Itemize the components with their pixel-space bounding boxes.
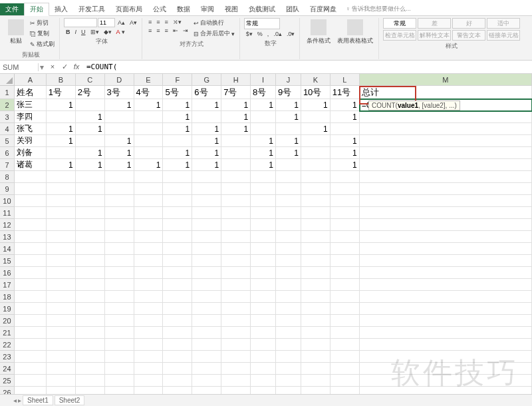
cell[interactable] (163, 207, 192, 219)
cell[interactable] (331, 279, 360, 291)
cell[interactable] (47, 195, 76, 207)
cell[interactable]: 1 (192, 135, 221, 147)
cell[interactable] (47, 363, 76, 375)
cell[interactable] (76, 315, 105, 327)
increase-font-button[interactable]: A▴ (116, 18, 127, 27)
cell[interactable] (276, 123, 301, 135)
cell[interactable] (105, 339, 134, 351)
percent-button[interactable]: % (255, 30, 265, 38)
cell[interactable]: 1 (105, 99, 134, 111)
cell[interactable] (163, 243, 192, 255)
cell[interactable] (221, 243, 251, 255)
cell[interactable] (301, 315, 331, 327)
cell[interactable] (301, 243, 331, 255)
cell[interactable] (76, 291, 105, 303)
cell[interactable] (221, 219, 251, 231)
cell[interactable] (47, 243, 76, 255)
indent-decrease-button[interactable]: ⇤ (171, 27, 180, 35)
cell[interactable] (134, 363, 164, 375)
cell[interactable] (163, 279, 192, 291)
cell[interactable] (76, 195, 105, 207)
cell[interactable] (192, 327, 221, 339)
cell[interactable] (360, 183, 532, 195)
cell[interactable]: 4号 (134, 86, 164, 99)
cell[interactable] (331, 123, 360, 135)
cell[interactable] (47, 231, 76, 243)
col-header-I[interactable]: I (251, 74, 276, 86)
cell[interactable] (251, 339, 276, 351)
cell[interactable]: 1 (331, 135, 360, 147)
cell[interactable] (301, 195, 331, 207)
align-bottom-button[interactable]: ≡ (163, 18, 170, 26)
cell[interactable] (276, 363, 301, 375)
cell[interactable] (76, 255, 105, 267)
cell[interactable] (221, 183, 251, 195)
cell[interactable] (331, 291, 360, 303)
cell[interactable] (251, 183, 276, 195)
cell[interactable] (163, 135, 192, 147)
cell[interactable] (331, 339, 360, 351)
cell[interactable] (47, 171, 76, 183)
row-header[interactable]: 13 (0, 231, 15, 243)
cell[interactable] (221, 147, 251, 159)
cell[interactable] (360, 243, 532, 255)
cell[interactable] (301, 303, 331, 315)
cell[interactable] (47, 303, 76, 315)
row-header[interactable]: 11 (0, 207, 15, 219)
cell[interactable] (163, 327, 192, 339)
copy-button[interactable]: ⿻复制 (28, 29, 57, 39)
cell[interactable] (163, 303, 192, 315)
cell[interactable] (221, 267, 251, 279)
cell[interactable] (163, 375, 192, 387)
cell[interactable] (360, 231, 532, 243)
cell[interactable]: 1 (47, 159, 76, 171)
cell[interactable] (360, 195, 532, 207)
cell[interactable] (105, 375, 134, 387)
cell[interactable] (251, 219, 276, 231)
cell[interactable] (331, 255, 360, 267)
cell[interactable] (192, 219, 221, 231)
cell[interactable] (251, 327, 276, 339)
row-header[interactable]: 23 (0, 351, 15, 363)
cell[interactable] (134, 255, 164, 267)
cell[interactable] (134, 147, 164, 159)
cell-style-warn[interactable]: 警告文本 (452, 30, 485, 41)
cell[interactable] (15, 327, 47, 339)
cell[interactable] (47, 351, 76, 363)
cell[interactable]: 诸葛 (15, 159, 47, 171)
align-top-button[interactable]: ≡ (146, 18, 154, 26)
cell[interactable] (221, 375, 251, 387)
cell[interactable] (47, 291, 76, 303)
cell[interactable]: 7号 (221, 86, 251, 99)
insert-function-button[interactable]: fx (70, 63, 82, 71)
row-header[interactable]: 7 (0, 159, 15, 171)
cell[interactable] (221, 327, 251, 339)
cell[interactable] (221, 171, 251, 183)
cell[interactable] (15, 375, 47, 387)
cell[interactable] (301, 135, 331, 147)
cell[interactable] (15, 315, 47, 327)
cell[interactable] (301, 267, 331, 279)
cell[interactable] (276, 303, 301, 315)
decrease-decimal-button[interactable]: .0▾ (285, 30, 297, 38)
cell[interactable] (134, 183, 164, 195)
cell[interactable] (301, 111, 331, 123)
cell[interactable] (331, 375, 360, 387)
cell[interactable]: 1 (276, 111, 301, 123)
cell[interactable]: 1 (163, 111, 192, 123)
cell[interactable] (331, 363, 360, 375)
cell[interactable]: 1 (221, 99, 251, 111)
cell[interactable] (134, 291, 164, 303)
cell[interactable] (301, 339, 331, 351)
row-header[interactable]: 22 (0, 339, 15, 351)
conditional-format-button[interactable]: 条件格式 (304, 18, 333, 47)
row-header[interactable]: 2 (0, 99, 15, 111)
cell[interactable] (105, 315, 134, 327)
cell[interactable]: 10号 (301, 86, 331, 99)
align-right-button[interactable]: ≡ (163, 27, 170, 35)
cell[interactable] (331, 267, 360, 279)
cell[interactable] (163, 171, 192, 183)
cell[interactable] (251, 123, 276, 135)
cell[interactable]: 1 (192, 99, 221, 111)
cell[interactable] (76, 219, 105, 231)
